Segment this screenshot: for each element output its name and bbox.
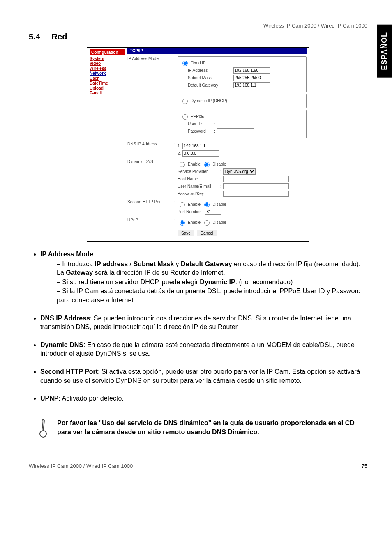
pppoe-pw-input[interactable] (217, 128, 254, 134)
dyndns-key-label: Password/Key (178, 191, 219, 196)
http-disable-radio[interactable] (204, 202, 210, 207)
pppoe-user-input[interactable] (217, 121, 254, 127)
nav-upload[interactable]: Upload (90, 86, 125, 90)
dhcp-radio[interactable] (182, 99, 188, 104)
info-icon (35, 417, 51, 438)
note-callout: Por favor lea "Uso del servicio de DNS d… (29, 412, 367, 443)
nav-video[interactable]: Video (90, 61, 125, 66)
panel-title: TCP/IP (127, 48, 307, 54)
dns-label: DNS IP Address (127, 142, 174, 146)
bullet-dyndns: Dynamic DNS: En caso de que la cámara es… (40, 341, 367, 358)
dyndns-disable-label: Disable (212, 162, 226, 166)
sub-ipmode-2: Si su red tiene un servidor DHCP, puede … (57, 278, 367, 287)
dyndns-enable-radio[interactable] (180, 162, 185, 167)
dyndns-enable-label: Enable (188, 162, 201, 166)
header-product: Wireless IP Cam 2000 / Wired IP Cam 1000 (29, 23, 367, 29)
dns2-num: 2. (178, 151, 181, 156)
nav-wireless[interactable]: Wireless (90, 66, 125, 71)
http-label: Second HTTP Port (127, 200, 174, 204)
host-label: Host Name (178, 177, 219, 181)
dyndns-disable-radio[interactable] (204, 162, 210, 167)
language-tab: ESPAÑOL (377, 25, 392, 78)
http-enable-label: Enable (188, 202, 201, 207)
save-button[interactable]: Save (178, 230, 194, 236)
pppoe-pw-label: Password (188, 129, 212, 134)
host-input[interactable] (223, 176, 289, 182)
gateway-input[interactable] (233, 82, 270, 88)
nav-network[interactable]: Network (90, 71, 125, 76)
ip-address-input[interactable] (233, 67, 270, 74)
section-title: Red (52, 32, 67, 41)
bullet-upnp: UPNP: Activado por defecto. (40, 394, 367, 403)
pppoe-label: PPPoE (191, 114, 204, 119)
subnet-label: Subnet Mask (188, 76, 229, 80)
upnp-disable-radio[interactable] (204, 220, 210, 226)
cancel-button[interactable]: Cancel (197, 230, 217, 236)
dhcp-label: Dynamic IP (DHCP) (191, 99, 227, 103)
nav-system[interactable]: System (90, 56, 125, 61)
upnp-enable-label: Enable (188, 220, 201, 225)
dyndns-user-label: User Name/E-mail (178, 184, 219, 189)
pppoe-radio[interactable] (182, 114, 188, 120)
dyndns-label: Dynamic DNS (127, 159, 174, 164)
bullet-ip-mode: IP Address Mode: Introduzca IP address /… (40, 250, 367, 305)
upnp-enable-radio[interactable] (180, 220, 185, 226)
bullet-http: Second HTTP Port: Si activa esta opción,… (40, 367, 367, 385)
section-number: 5.4 (29, 32, 40, 41)
footer-product: Wireless IP Cam 2000 / Wired IP Cam 1000 (29, 463, 133, 469)
page-number: 75 (362, 463, 367, 469)
nav-title: Configuration (90, 49, 125, 55)
sub-ipmode-3: Si la IP Cam está conectada detrás de un… (57, 287, 367, 304)
sub-ipmode-1: Introduzca IP address / Subnet Mask y De… (57, 260, 367, 277)
gateway-label: Default Gateway (188, 83, 229, 88)
dns1-input[interactable] (182, 143, 219, 149)
note-text: Por favor lea "Uso del servicio de DNS d… (57, 419, 361, 436)
svg-point-0 (40, 431, 46, 437)
upnp-label: UPnP (127, 218, 174, 222)
provider-label: Service Provider (178, 169, 219, 174)
dns1-num: 1. (178, 144, 181, 148)
http-enable-radio[interactable] (180, 202, 185, 207)
port-label: Port Number (178, 210, 201, 214)
nav-datetime[interactable]: DateTime (90, 81, 125, 85)
nav-email[interactable]: E-mail (90, 91, 125, 95)
dns2-input[interactable] (182, 150, 219, 157)
subnet-input[interactable] (233, 75, 270, 81)
nav-user[interactable]: User (90, 76, 125, 81)
fixed-ip-radio[interactable] (182, 61, 188, 66)
ip-mode-label: IP Address Mode (127, 56, 174, 61)
bullet-dns: DNS IP Address: Se pueden introducir dos… (40, 314, 367, 332)
fixed-ip-label: Fixed IP (191, 61, 206, 65)
ip-address-label: IP Address (188, 68, 229, 73)
pppoe-user-label: User ID (188, 122, 212, 126)
port-input[interactable] (205, 209, 221, 215)
config-screenshot: Configuration System Video Wireless Netw… (87, 47, 309, 242)
dyndns-key-input[interactable] (223, 191, 289, 197)
dyndns-user-input[interactable] (223, 183, 289, 189)
provider-select[interactable]: DynDNS.org (223, 168, 256, 175)
http-disable-label: Disable (212, 202, 226, 207)
upnp-disable-label: Disable (212, 220, 226, 225)
